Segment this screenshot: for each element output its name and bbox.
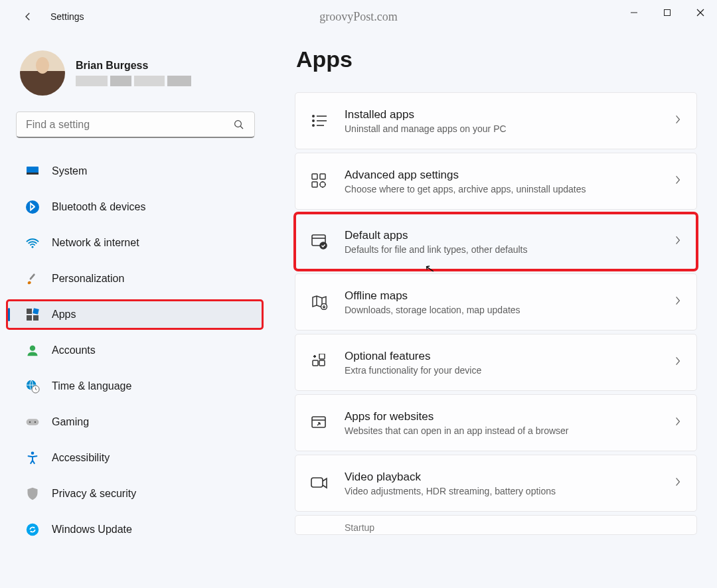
- card-advanced-app-settings[interactable]: Advanced app settings Choose where to ge…: [295, 153, 697, 210]
- watermark-text: groovyPost.com: [319, 10, 398, 24]
- close-button[interactable]: [684, 0, 717, 25]
- nav-list: System Bluetooth & devices Network & int…: [16, 157, 259, 544]
- card-optional-features[interactable]: Optional features Extra functionality fo…: [295, 334, 697, 391]
- card-title: Installed apps: [345, 108, 658, 121]
- startup-icon: [310, 516, 329, 534]
- svg-point-4: [235, 120, 242, 127]
- sidebar-item-gaming[interactable]: Gaming: [16, 407, 259, 437]
- update-icon: [25, 522, 40, 537]
- sidebar-item-network[interactable]: Network & internet: [16, 228, 259, 257]
- svg-rect-7: [27, 173, 39, 175]
- search-icon: [233, 119, 245, 131]
- svg-rect-38: [319, 360, 325, 366]
- globe-clock-icon: [25, 379, 40, 394]
- card-subtitle: Downloads, storage location, map updates: [345, 305, 658, 315]
- card-title: Startup: [345, 522, 682, 533]
- avatar: [20, 50, 65, 96]
- chevron-right-icon: [674, 175, 682, 188]
- svg-line-5: [240, 126, 243, 129]
- chevron-right-icon: [674, 416, 682, 429]
- person-icon: [25, 343, 40, 358]
- svg-rect-18: [27, 419, 39, 425]
- arrow-left-icon: [22, 11, 34, 23]
- sidebar-item-privacy[interactable]: Privacy & security: [16, 479, 259, 508]
- svg-rect-31: [312, 182, 317, 187]
- video-icon: [310, 474, 329, 492]
- sidebar-item-personalization[interactable]: Personalization: [16, 264, 259, 293]
- back-button[interactable]: [16, 5, 40, 29]
- svg-rect-13: [27, 315, 32, 321]
- chevron-right-icon: [674, 477, 682, 490]
- grid-gear-icon: [310, 172, 329, 190]
- page-title: Apps: [296, 46, 697, 72]
- svg-rect-30: [320, 174, 325, 179]
- svg-point-8: [26, 200, 39, 214]
- card-list: Installed apps Uninstall and manage apps…: [295, 92, 697, 535]
- card-installed-apps[interactable]: Installed apps Uninstall and manage apps…: [295, 92, 697, 149]
- svg-rect-1: [665, 10, 671, 16]
- card-default-apps[interactable]: Default apps Defaults for file and link …: [295, 213, 697, 270]
- puzzle-plus-icon: [310, 353, 329, 372]
- svg-point-15: [30, 346, 35, 351]
- svg-rect-42: [311, 478, 323, 487]
- sidebar-item-label: Time & language: [52, 380, 131, 392]
- card-startup[interactable]: Startup: [295, 515, 697, 535]
- sidebar-item-label: Bluetooth & devices: [52, 201, 145, 213]
- card-title: Default apps: [345, 229, 658, 242]
- sidebar-item-accessibility[interactable]: Accessibility: [16, 443, 259, 473]
- system-icon: [25, 164, 40, 179]
- sidebar-item-label: Personalization: [52, 273, 124, 285]
- window-check-icon: [310, 232, 329, 251]
- card-subtitle: Video adjustments, HDR streaming, batter…: [345, 486, 658, 496]
- sidebar-item-label: System: [52, 165, 87, 177]
- card-video-playback[interactable]: Video playback Video adjustments, HDR st…: [295, 455, 697, 512]
- sidebar-item-apps[interactable]: Apps: [7, 300, 263, 329]
- sidebar-item-label: Network & internet: [52, 237, 139, 249]
- sidebar-item-bluetooth[interactable]: Bluetooth & devices: [16, 192, 259, 222]
- svg-point-19: [29, 421, 31, 423]
- apps-icon: [25, 307, 40, 322]
- sidebar-item-label: Apps: [52, 309, 76, 321]
- svg-point-9: [32, 246, 34, 248]
- minimize-button[interactable]: [617, 0, 651, 25]
- svg-rect-29: [312, 174, 317, 179]
- chevron-right-icon: [674, 235, 682, 248]
- maximize-button[interactable]: [651, 0, 684, 25]
- card-title: Advanced app settings: [345, 169, 658, 182]
- svg-rect-39: [319, 354, 325, 359]
- card-offline-maps[interactable]: Offline maps Downloads, storage location…: [295, 273, 697, 331]
- card-subtitle: Choose where to get apps, archive apps, …: [345, 184, 658, 194]
- chevron-right-icon: [674, 114, 682, 127]
- search-input[interactable]: [26, 119, 233, 131]
- sidebar-item-update[interactable]: Windows Update: [16, 515, 259, 544]
- accessibility-icon: [25, 451, 40, 465]
- wifi-icon: [25, 236, 40, 250]
- chevron-right-icon: [674, 295, 682, 309]
- brush-icon: [25, 271, 40, 286]
- sidebar-item-label: Accounts: [52, 344, 96, 356]
- card-subtitle: Defaults for file and link types, other …: [345, 244, 658, 255]
- user-block[interactable]: Brian Burgess: [16, 50, 259, 96]
- card-title: Optional features: [345, 350, 658, 363]
- window-title: Settings: [50, 11, 84, 22]
- sidebar-item-label: Privacy & security: [52, 488, 136, 500]
- window-controls: [617, 0, 717, 25]
- sidebar-item-accounts[interactable]: Accounts: [16, 336, 259, 365]
- list-icon: [310, 111, 329, 130]
- chevron-right-icon: [674, 356, 682, 369]
- sidebar-item-label: Windows Update: [52, 524, 132, 536]
- user-name: Brian Burgess: [76, 60, 191, 72]
- sidebar-item-time[interactable]: Time & language: [16, 372, 259, 401]
- sidebar-item-system[interactable]: System: [16, 157, 259, 186]
- search-box[interactable]: [16, 111, 255, 138]
- map-icon: [310, 293, 329, 311]
- svg-point-21: [31, 451, 35, 455]
- sidebar-item-label: Accessibility: [52, 452, 110, 464]
- svg-point-32: [320, 182, 325, 187]
- svg-point-27: [313, 125, 314, 126]
- shield-icon: [25, 486, 40, 501]
- svg-point-25: [313, 120, 314, 121]
- card-apps-for-websites[interactable]: Apps for websites Websites that can open…: [295, 394, 697, 451]
- sidebar: Brian Burgess System Bluetooth & devices…: [0, 50, 266, 551]
- title-bar: Settings groovyPost.com: [0, 0, 717, 33]
